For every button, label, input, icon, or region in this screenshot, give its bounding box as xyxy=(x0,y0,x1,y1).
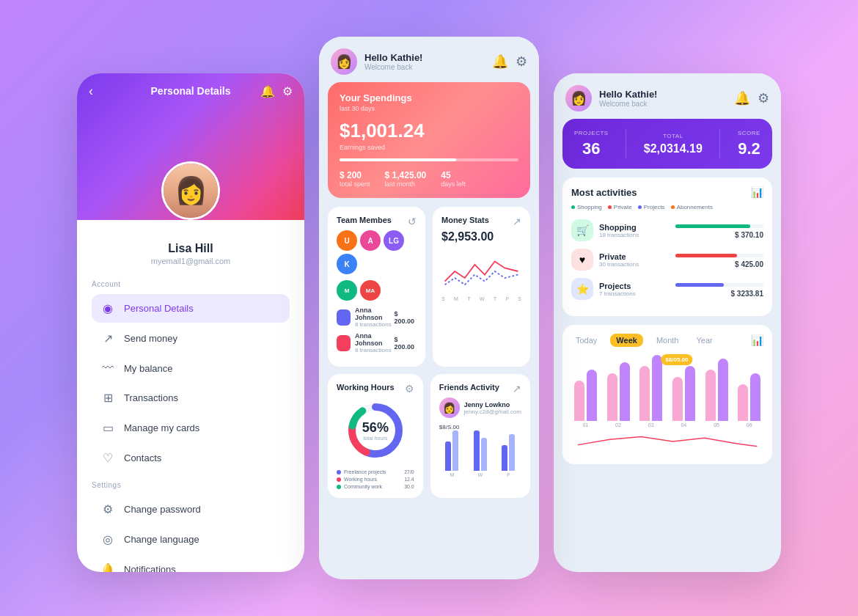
bar-group-f xyxy=(502,434,515,471)
menu-item-personal-details[interactable]: ◉ Personal Details xyxy=(92,294,290,323)
team-row-1-amount: $ 200.00 xyxy=(395,310,417,325)
legend-community-value: 30.0 xyxy=(404,484,414,489)
money-stats-amount: $2,953.00 xyxy=(441,230,521,243)
projects-name: Projects xyxy=(599,282,636,290)
team-row-1-avatar xyxy=(337,309,351,326)
account-section-label: Account xyxy=(92,280,290,288)
menu-item-change-language[interactable]: ◎ Change language xyxy=(92,525,290,554)
donut-center: 56% total hours xyxy=(362,420,389,441)
shopping-name: Shopping xyxy=(599,223,639,232)
shopping-info: Shopping 18 transactions xyxy=(599,223,639,238)
left-header: ‹ Personal Details 🔔 ⚙ 👩 xyxy=(77,73,304,220)
menu-item-notifications[interactable]: 🔔 Notifications xyxy=(92,555,290,572)
menu-item-contacts[interactable]: ♡ Contacts xyxy=(92,444,290,472)
tab-today[interactable]: Today xyxy=(571,334,601,347)
settings-section: Settings ⚙ Change password ◎ Change lang… xyxy=(92,481,290,572)
tab-month[interactable]: Month xyxy=(652,334,683,347)
spendings-subtitle: last 30 days xyxy=(340,105,518,112)
header-icons: 🔔 ⚙ xyxy=(260,84,293,98)
mid-header: 👩 Hello Kathie! Welcome back 🔔 ⚙ xyxy=(319,37,539,82)
right-phone-card: 👩 Hello Kathie! Welcome back 🔔 ⚙ PROJECT… xyxy=(554,73,781,572)
legend-projects-dot xyxy=(638,205,642,209)
bar-w-1 xyxy=(474,430,480,471)
spendings-amount: $1,001.24 xyxy=(340,120,518,142)
bar-m-1 xyxy=(445,441,451,471)
activity-private-left: ♥ Private 30 transactions xyxy=(571,249,639,271)
mid-bell-icon[interactable]: 🔔 xyxy=(492,54,508,70)
projects-info: Projects 7 transactions xyxy=(599,282,636,297)
bar-03-pink xyxy=(639,366,650,421)
menu-item-change-password[interactable]: ⚙ Change password xyxy=(92,495,290,524)
team-row-1: Anna Johnson 8 transactions $ 200.00 xyxy=(337,307,417,328)
bar-f-1 xyxy=(502,445,507,471)
header-title: Personal Details xyxy=(151,85,231,97)
legend-shopping-dot xyxy=(571,205,575,209)
mid-gear-icon[interactable]: ⚙ xyxy=(516,54,527,70)
team-row-2-name: Anna Johnson xyxy=(355,332,395,347)
team-avatar-k: K xyxy=(337,254,357,274)
spendings-bar-fill xyxy=(340,158,456,161)
activity-row-shopping: 🛒 Shopping 18 transactions $ 370.10 xyxy=(571,219,763,241)
tab-week[interactable]: Week xyxy=(610,334,643,347)
legend-freelance: Freelance projects 27/0 xyxy=(337,469,414,474)
stats-banner: PROJECTS 36 TOTAL $2,0314.19 SCORE 9.2 xyxy=(562,119,772,169)
stat-score: SCORE 9.2 xyxy=(738,130,760,158)
menu-item-transactions[interactable]: ⊞ Transactions xyxy=(92,384,290,412)
main-bar-col-06: 06 xyxy=(735,373,763,428)
bar-label-06: 06 xyxy=(747,422,752,428)
bell-icon[interactable]: 🔔 xyxy=(260,84,275,98)
user-name: Lisa Hill xyxy=(92,242,290,255)
menu-item-send-money[interactable]: ↗ Send money xyxy=(92,324,290,353)
activity-shopping-left: 🛒 Shopping 18 transactions xyxy=(571,219,639,241)
main-bar-group-03 xyxy=(637,355,665,421)
back-button[interactable]: ‹ xyxy=(89,84,93,99)
right-header: 👩 Hello Kathie! Welcome back 🔔 ⚙ xyxy=(554,73,781,119)
stat-projects-label: PROJECTS xyxy=(574,130,609,136)
mid-greeting: Hello Kathie! xyxy=(364,52,422,63)
money-stats-chart xyxy=(441,249,521,293)
mid-greeting-block: Hello Kathie! Welcome back xyxy=(364,52,422,71)
private-icon-wrap: ♥ xyxy=(571,249,593,271)
stat-last-month-label: last month xyxy=(385,180,427,188)
spendings-stats: $ 200 total spent $ 1,425.00 last month … xyxy=(340,170,518,188)
mid-avatar: 👩 xyxy=(331,48,357,75)
change-language-label: Change language xyxy=(124,534,199,545)
menu-item-manage-cards[interactable]: ▭ Manage my cards xyxy=(92,414,290,442)
stat-total-value: $2,0314.19 xyxy=(644,142,703,155)
bar-label-01: 01 xyxy=(582,422,588,428)
bar-label-05: 05 xyxy=(714,422,719,428)
activity-row-projects: ⭐ Projects 7 transactions $ 3233.81 xyxy=(571,278,763,300)
stat-total-spent: $ 200 total spent xyxy=(340,170,370,188)
spendings-progress-bar xyxy=(340,158,518,161)
money-stats-card: ↗ Money Stats $2,953.00 SMTWTFS xyxy=(433,207,530,367)
mid-header-left: 👩 Hello Kathie! Welcome back xyxy=(331,48,422,75)
stat-divider-2 xyxy=(719,129,720,158)
my-balance-label: My balance xyxy=(124,363,172,374)
bar-group-m xyxy=(445,430,458,471)
menu-item-my-balance[interactable]: 〰 My balance xyxy=(92,354,290,382)
gear-icon[interactable]: ⚙ xyxy=(282,84,293,98)
activities-chart-icon: 📊 xyxy=(751,186,763,198)
right-bell-icon[interactable]: 🔔 xyxy=(734,90,750,106)
projects-icon-wrap: ⭐ xyxy=(571,278,593,300)
legend-shopping-label: Shopping xyxy=(577,204,602,210)
donut-legend: Freelance projects 27/0 Working hours 12… xyxy=(337,469,414,489)
user-info: Lisa Hill myemail1@gmail.com xyxy=(92,235,290,265)
right-gear-icon[interactable]: ⚙ xyxy=(758,90,769,106)
bar-06-pink xyxy=(738,384,748,421)
bar-05-purple xyxy=(718,359,728,421)
main-bar-group-05 xyxy=(703,359,731,421)
tab-year[interactable]: Year xyxy=(692,334,716,347)
team-avatars-row2: M MA xyxy=(337,280,417,301)
bar-col-f: F xyxy=(496,434,521,477)
legend-abonnements: Abonnements xyxy=(671,204,713,210)
legend-community: Community work 30.0 xyxy=(337,484,414,489)
stat-days-left: 45 days left xyxy=(441,170,466,188)
bar-02-pink xyxy=(607,373,617,421)
transactions-icon: ⊞ xyxy=(100,391,115,405)
money-chart-axis: SMTWTFS xyxy=(441,296,521,301)
main-bar-group-02 xyxy=(604,362,633,421)
team-members-icon: ↺ xyxy=(408,216,417,227)
legend-community-label: Community work xyxy=(344,484,382,489)
bar-01-pink xyxy=(574,381,584,421)
